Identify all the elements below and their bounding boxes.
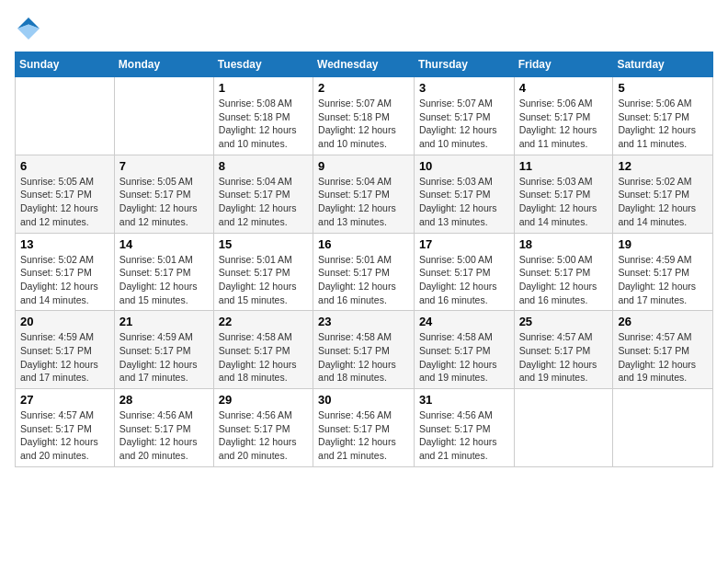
day-number: 19: [618, 237, 708, 251]
weekday-header: Sunday: [16, 52, 115, 77]
weekday-header: Thursday: [414, 52, 514, 77]
day-info: Sunrise: 5:03 AM Sunset: 5:17 PM Dayligh…: [519, 175, 609, 229]
day-number: 4: [519, 81, 609, 95]
day-info: Sunrise: 5:06 AM Sunset: 5:17 PM Dayligh…: [519, 97, 609, 151]
calendar-cell: 10Sunrise: 5:03 AM Sunset: 5:17 PM Dayli…: [414, 155, 514, 233]
day-info: Sunrise: 5:01 AM Sunset: 5:17 PM Dayligh…: [219, 253, 308, 307]
day-number: 3: [419, 81, 509, 95]
day-info: Sunrise: 5:00 AM Sunset: 5:17 PM Dayligh…: [419, 253, 509, 307]
calendar-week-row: 27Sunrise: 4:57 AM Sunset: 5:17 PM Dayli…: [16, 389, 713, 467]
day-number: 26: [618, 315, 708, 328]
day-info: Sunrise: 5:03 AM Sunset: 5:17 PM Dayligh…: [419, 175, 509, 229]
day-info: Sunrise: 5:01 AM Sunset: 5:17 PM Dayligh…: [119, 253, 209, 307]
calendar-cell: 1Sunrise: 5:08 AM Sunset: 5:18 PM Daylig…: [213, 77, 313, 155]
day-number: 6: [20, 159, 109, 173]
calendar-cell: 6Sunrise: 5:05 AM Sunset: 5:17 PM Daylig…: [16, 155, 115, 233]
calendar-cell: 28Sunrise: 4:56 AM Sunset: 5:17 PM Dayli…: [114, 389, 213, 467]
day-number: 20: [20, 315, 109, 328]
calendar-cell: [114, 77, 213, 155]
calendar-cell: 29Sunrise: 4:56 AM Sunset: 5:17 PM Dayli…: [213, 389, 313, 467]
day-info: Sunrise: 4:58 AM Sunset: 5:17 PM Dayligh…: [318, 330, 409, 385]
day-info: Sunrise: 4:56 AM Sunset: 5:17 PM Dayligh…: [219, 408, 308, 463]
day-info: Sunrise: 4:56 AM Sunset: 5:17 PM Dayligh…: [419, 408, 509, 463]
day-info: Sunrise: 4:59 AM Sunset: 5:17 PM Dayligh…: [20, 330, 109, 385]
day-number: 15: [219, 237, 308, 251]
calendar-cell: 31Sunrise: 4:56 AM Sunset: 5:17 PM Dayli…: [414, 389, 514, 467]
day-number: 9: [318, 159, 409, 173]
day-number: 13: [20, 237, 109, 251]
calendar-cell: [16, 77, 115, 155]
calendar-cell: 24Sunrise: 4:58 AM Sunset: 5:17 PM Dayli…: [414, 311, 514, 389]
calendar-cell: 14Sunrise: 5:01 AM Sunset: 5:17 PM Dayli…: [114, 233, 213, 311]
day-number: 17: [419, 237, 509, 251]
calendar-cell: 16Sunrise: 5:01 AM Sunset: 5:17 PM Dayli…: [313, 233, 415, 311]
calendar-cell: 18Sunrise: 5:00 AM Sunset: 5:17 PM Dayli…: [514, 233, 613, 311]
weekday-header: Friday: [514, 52, 613, 77]
calendar-cell: 9Sunrise: 5:04 AM Sunset: 5:17 PM Daylig…: [313, 155, 415, 233]
day-number: 2: [318, 81, 409, 95]
day-number: 31: [419, 393, 509, 407]
weekday-header: Wednesday: [313, 52, 415, 77]
day-info: Sunrise: 5:02 AM Sunset: 5:17 PM Dayligh…: [618, 175, 708, 229]
day-info: Sunrise: 4:57 AM Sunset: 5:17 PM Dayligh…: [20, 408, 109, 463]
logo-icon: [15, 15, 42, 42]
day-info: Sunrise: 4:58 AM Sunset: 5:17 PM Dayligh…: [219, 330, 308, 385]
calendar-cell: 17Sunrise: 5:00 AM Sunset: 5:17 PM Dayli…: [414, 233, 514, 311]
calendar-week-row: 1Sunrise: 5:08 AM Sunset: 5:18 PM Daylig…: [16, 77, 713, 155]
calendar-cell: 22Sunrise: 4:58 AM Sunset: 5:17 PM Dayli…: [213, 311, 313, 389]
calendar-cell: 2Sunrise: 5:07 AM Sunset: 5:18 PM Daylig…: [313, 77, 415, 155]
weekday-header: Monday: [114, 52, 213, 77]
day-number: 14: [119, 237, 209, 251]
day-number: 8: [219, 159, 308, 173]
calendar-cell: [613, 389, 713, 467]
calendar-cell: 11Sunrise: 5:03 AM Sunset: 5:17 PM Dayli…: [514, 155, 613, 233]
header-row: SundayMondayTuesdayWednesdayThursdayFrid…: [16, 52, 713, 77]
weekday-header: Tuesday: [213, 52, 313, 77]
calendar-cell: 23Sunrise: 4:58 AM Sunset: 5:17 PM Dayli…: [313, 311, 415, 389]
calendar-cell: 12Sunrise: 5:02 AM Sunset: 5:17 PM Dayli…: [613, 155, 713, 233]
calendar-cell: 19Sunrise: 4:59 AM Sunset: 5:17 PM Dayli…: [613, 233, 713, 311]
day-info: Sunrise: 5:05 AM Sunset: 5:17 PM Dayligh…: [20, 175, 109, 229]
calendar-cell: 26Sunrise: 4:57 AM Sunset: 5:17 PM Dayli…: [613, 311, 713, 389]
calendar-table: SundayMondayTuesdayWednesdayThursdayFrid…: [15, 52, 713, 467]
day-number: 25: [519, 315, 609, 328]
calendar-week-row: 13Sunrise: 5:02 AM Sunset: 5:17 PM Dayli…: [16, 233, 713, 311]
calendar-cell: 5Sunrise: 5:06 AM Sunset: 5:17 PM Daylig…: [613, 77, 713, 155]
day-info: Sunrise: 4:56 AM Sunset: 5:17 PM Dayligh…: [318, 408, 409, 463]
day-number: 12: [618, 159, 708, 173]
day-number: 5: [618, 81, 708, 95]
calendar-week-row: 20Sunrise: 4:59 AM Sunset: 5:17 PM Dayli…: [16, 311, 713, 389]
page-header: [15, 15, 713, 42]
day-info: Sunrise: 4:56 AM Sunset: 5:17 PM Dayligh…: [119, 408, 209, 463]
day-number: 10: [419, 159, 509, 173]
day-info: Sunrise: 5:01 AM Sunset: 5:17 PM Dayligh…: [318, 253, 409, 307]
day-info: Sunrise: 4:59 AM Sunset: 5:17 PM Dayligh…: [119, 330, 209, 385]
day-number: 18: [519, 237, 609, 251]
day-info: Sunrise: 5:08 AM Sunset: 5:18 PM Dayligh…: [219, 97, 308, 151]
day-number: 16: [318, 237, 409, 251]
calendar-body: 1Sunrise: 5:08 AM Sunset: 5:18 PM Daylig…: [16, 77, 713, 467]
calendar-cell: 4Sunrise: 5:06 AM Sunset: 5:17 PM Daylig…: [514, 77, 613, 155]
day-info: Sunrise: 5:07 AM Sunset: 5:17 PM Dayligh…: [419, 97, 509, 151]
day-number: 27: [20, 393, 109, 407]
day-number: 23: [318, 315, 409, 328]
calendar-cell: 30Sunrise: 4:56 AM Sunset: 5:17 PM Dayli…: [313, 389, 415, 467]
day-number: 11: [519, 159, 609, 173]
calendar-cell: 7Sunrise: 5:05 AM Sunset: 5:17 PM Daylig…: [114, 155, 213, 233]
calendar-header: SundayMondayTuesdayWednesdayThursdayFrid…: [16, 52, 713, 77]
calendar-cell: 13Sunrise: 5:02 AM Sunset: 5:17 PM Dayli…: [16, 233, 115, 311]
calendar-cell: 3Sunrise: 5:07 AM Sunset: 5:17 PM Daylig…: [414, 77, 514, 155]
day-number: 28: [119, 393, 209, 407]
day-number: 21: [119, 315, 209, 328]
calendar-cell: 21Sunrise: 4:59 AM Sunset: 5:17 PM Dayli…: [114, 311, 213, 389]
calendar-cell: [514, 389, 613, 467]
day-number: 7: [119, 159, 209, 173]
day-info: Sunrise: 5:02 AM Sunset: 5:17 PM Dayligh…: [20, 253, 109, 307]
day-number: 22: [219, 315, 308, 328]
day-number: 24: [419, 315, 509, 328]
weekday-header: Saturday: [613, 52, 713, 77]
day-number: 29: [219, 393, 308, 407]
day-info: Sunrise: 5:04 AM Sunset: 5:17 PM Dayligh…: [318, 175, 409, 229]
calendar-cell: 20Sunrise: 4:59 AM Sunset: 5:17 PM Dayli…: [16, 311, 115, 389]
day-info: Sunrise: 4:59 AM Sunset: 5:17 PM Dayligh…: [618, 253, 708, 307]
